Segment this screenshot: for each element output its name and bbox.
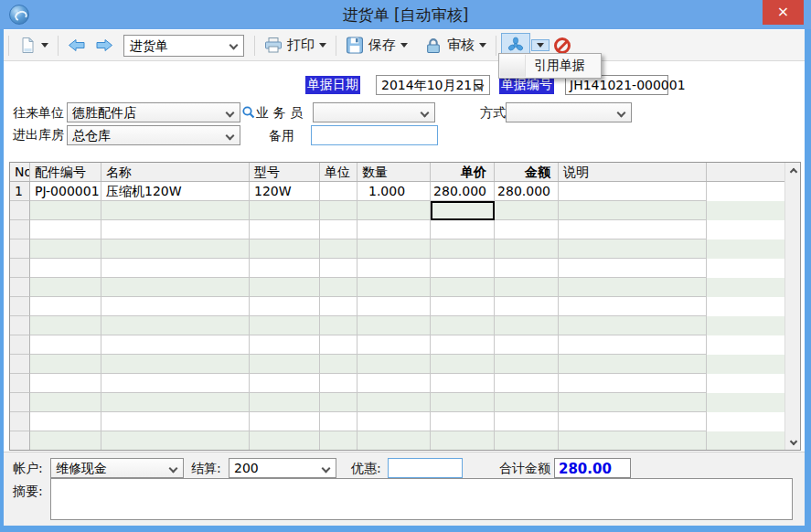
cell-no[interactable]	[10, 278, 30, 297]
settle-select[interactable]: 200	[229, 458, 336, 478]
cell-no[interactable]	[10, 431, 30, 451]
new-document-button[interactable]	[14, 34, 53, 57]
cell-note[interactable]	[559, 316, 707, 335]
cell-amount[interactable]: 280.000	[495, 182, 559, 201]
cell-price[interactable]	[431, 335, 495, 355]
cell-code[interactable]	[30, 259, 101, 278]
cell-model[interactable]	[250, 239, 320, 259]
cell-code[interactable]	[30, 393, 101, 412]
doc-type-select[interactable]: 进货单	[123, 35, 244, 57]
reserve-input[interactable]	[311, 125, 438, 145]
cell-model[interactable]	[250, 259, 320, 278]
cell-amount[interactable]	[495, 393, 559, 412]
cell-name[interactable]: 压缩机120W	[101, 182, 250, 201]
cell-name[interactable]	[101, 297, 250, 316]
cell-qty[interactable]	[357, 259, 431, 278]
scroll-down-button[interactable]	[785, 433, 801, 449]
cell-code[interactable]	[30, 374, 101, 393]
cell-price[interactable]	[431, 393, 495, 412]
vertical-scrollbar[interactable]	[784, 163, 800, 450]
cell-qty[interactable]	[357, 412, 431, 431]
column-header-name[interactable]: 名称	[101, 163, 250, 181]
cell-price[interactable]	[431, 412, 495, 431]
audit-dropdown-arrow[interactable]	[479, 43, 486, 48]
close-button[interactable]: ×	[763, 0, 804, 25]
cell-model[interactable]	[250, 374, 320, 393]
cell-no[interactable]	[10, 412, 30, 431]
cell-code[interactable]	[30, 278, 101, 297]
cell-price[interactable]	[431, 355, 495, 374]
cell-code[interactable]	[30, 355, 101, 374]
cell-amount[interactable]	[495, 335, 559, 355]
cell-unit[interactable]	[320, 239, 357, 259]
cell-price[interactable]: 280.000	[431, 182, 495, 201]
cell-qty[interactable]	[357, 431, 431, 451]
partner-select[interactable]: 德胜配件店	[67, 102, 240, 122]
method-select[interactable]	[506, 102, 632, 122]
cell-note[interactable]	[559, 239, 707, 259]
cell-note[interactable]	[559, 355, 707, 374]
cell-no[interactable]	[10, 316, 30, 335]
cell-model[interactable]	[250, 335, 320, 355]
column-header-code[interactable]: 配件编号	[30, 163, 101, 181]
cell-note[interactable]	[559, 393, 707, 412]
cell-price[interactable]	[431, 431, 495, 451]
forward-button[interactable]	[91, 34, 118, 57]
search-icon[interactable]	[241, 105, 256, 120]
cell-name[interactable]	[101, 431, 250, 451]
cell-amount[interactable]	[495, 297, 559, 316]
date-select[interactable]: 2014年10月21日	[376, 75, 490, 95]
cell-no[interactable]	[10, 355, 30, 374]
cell-unit[interactable]	[320, 393, 357, 412]
cell-price[interactable]	[431, 316, 495, 335]
cell-model[interactable]	[250, 412, 320, 431]
cell-code[interactable]	[30, 316, 101, 335]
cell-price[interactable]	[431, 278, 495, 297]
cell-name[interactable]	[101, 220, 250, 239]
cell-amount[interactable]	[495, 220, 559, 239]
cell-no[interactable]	[10, 335, 30, 355]
cell-note[interactable]	[559, 412, 707, 431]
cell-model[interactable]	[250, 278, 320, 297]
cell-no[interactable]	[10, 374, 30, 393]
cell-no[interactable]	[10, 220, 30, 239]
column-header-unit[interactable]: 单位	[320, 163, 357, 181]
cell-price[interactable]	[431, 297, 495, 316]
new-document-dropdown-arrow[interactable]	[41, 43, 48, 48]
column-header-price[interactable]: 单价	[431, 163, 495, 181]
cell-name[interactable]	[101, 259, 250, 278]
salesman-select[interactable]	[313, 102, 435, 122]
column-header-qty[interactable]: 数量	[357, 163, 431, 181]
cell-model[interactable]	[250, 297, 320, 316]
cell-qty[interactable]	[357, 393, 431, 412]
cell-name[interactable]	[101, 201, 250, 220]
cell-no[interactable]	[10, 259, 30, 278]
cell-no[interactable]	[10, 239, 30, 259]
cell-amount[interactable]	[495, 259, 559, 278]
column-header-model[interactable]: 型号	[250, 163, 320, 181]
cell-qty[interactable]: 1.000	[357, 182, 431, 201]
cell-amount[interactable]	[495, 316, 559, 335]
cell-name[interactable]	[101, 335, 250, 355]
save-button[interactable]: 保存	[341, 34, 412, 57]
cell-note[interactable]	[559, 259, 707, 278]
cell-amount[interactable]	[495, 201, 559, 220]
cell-qty[interactable]	[357, 220, 431, 239]
cell-name[interactable]	[101, 393, 250, 412]
cell-note[interactable]	[559, 278, 707, 297]
reference-doc-dropdown[interactable]	[531, 39, 550, 51]
column-header-note[interactable]: 说明	[559, 163, 707, 181]
cell-model[interactable]	[250, 355, 320, 374]
cell-no[interactable]	[10, 201, 30, 220]
cell-unit[interactable]	[320, 201, 357, 220]
cell-code[interactable]	[30, 431, 101, 451]
summary-textarea[interactable]	[50, 478, 793, 520]
account-select[interactable]: 维修现金	[50, 458, 184, 478]
cell-qty[interactable]	[357, 374, 431, 393]
cell-no[interactable]	[10, 297, 30, 316]
cell-unit[interactable]	[320, 316, 357, 335]
cell-code[interactable]	[30, 201, 101, 220]
cell-note[interactable]	[559, 297, 707, 316]
cell-qty[interactable]	[357, 239, 431, 259]
cell-no[interactable]	[10, 393, 30, 412]
